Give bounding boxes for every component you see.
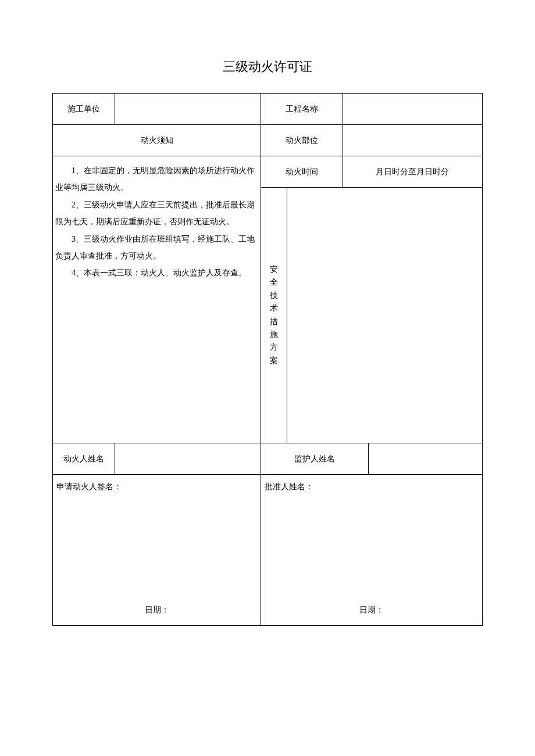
- value-safety-measures[interactable]: [287, 188, 482, 443]
- permit-form-table: 施工单位 工程名称 动火须知 动火部位 1、在非固定的，无明显危险因素的场所进行…: [52, 93, 483, 626]
- label-safety-measures: 安全技术措施方案: [261, 188, 287, 443]
- row-header-2: 动火须知 动火部位: [53, 125, 483, 156]
- value-fire-person-name[interactable]: [115, 443, 261, 475]
- label-fire-location: 动火部位: [261, 125, 343, 156]
- label-applicant-sign: 申请动火人签名：: [56, 482, 122, 491]
- value-fire-location[interactable]: [343, 125, 482, 156]
- row-signatures: 申请动火人签名： 日期： 批准人姓名： 日期：: [53, 475, 483, 626]
- notice-item-1: 1、在非固定的，无明显危险因素的场所进行动火作业等均属三级动火。: [55, 162, 258, 196]
- label-approver-name: 批准人姓名：: [265, 482, 313, 491]
- value-fire-time[interactable]: 月日时分至月日时分: [343, 156, 482, 188]
- row-header-1: 施工单位 工程名称: [53, 94, 483, 125]
- value-construction-unit[interactable]: [115, 94, 261, 125]
- approver-date: 日期：: [261, 603, 482, 617]
- notice-item-2: 2、三级动火申请人应在三天前提出，批准后最长期限为七天，期满后应重新办证，否则作…: [55, 196, 258, 231]
- label-fire-person-name: 动火人姓名: [53, 443, 115, 475]
- label-project-name: 工程名称: [261, 94, 343, 125]
- label-fire-notice: 动火须知: [53, 125, 261, 156]
- applicant-signature-cell[interactable]: 申请动火人签名： 日期：: [53, 475, 261, 626]
- value-project-name[interactable]: [343, 94, 482, 125]
- value-guardian-name[interactable]: [369, 443, 483, 475]
- approver-signature-cell[interactable]: 批准人姓名： 日期：: [261, 475, 483, 626]
- row-fire-time: 1、在非固定的，无明显危险因素的场所进行动火作业等均属三级动火。 2、三级动火申…: [53, 156, 483, 188]
- label-guardian-name: 监护人姓名: [261, 443, 369, 475]
- applicant-date: 日期：: [53, 603, 261, 617]
- safety-measures-text: 安全技术措施方案: [270, 263, 278, 367]
- label-construction-unit: 施工单位: [53, 94, 115, 125]
- notice-item-4: 4、本表一式三联：动火人、动火监护人及存查。: [55, 264, 258, 281]
- notice-item-3: 3、三级动火作业由所在班组填写，经施工队、工地负责人审查批准，方可动火。: [55, 231, 258, 265]
- page-title: 三级动火许可证: [52, 58, 483, 76]
- label-fire-time: 动火时间: [261, 156, 343, 188]
- row-names: 动火人姓名 监护人姓名: [53, 443, 483, 475]
- notice-content-cell: 1、在非固定的，无明显危险因素的场所进行动火作业等均属三级动火。 2、三级动火申…: [53, 156, 261, 443]
